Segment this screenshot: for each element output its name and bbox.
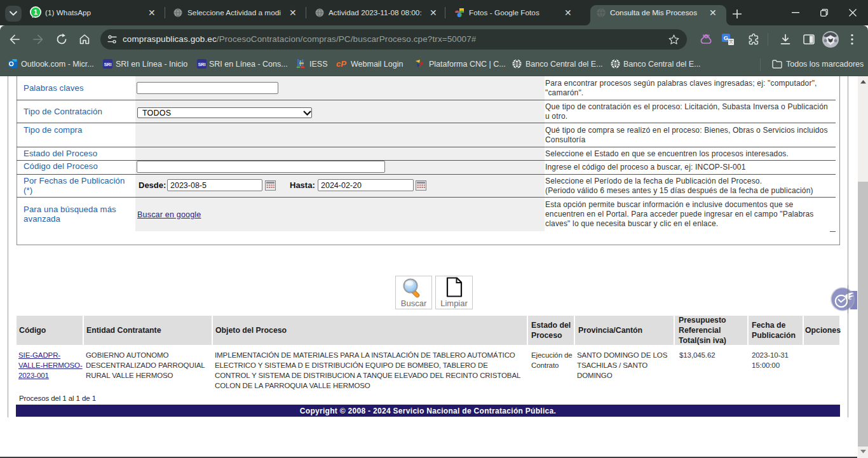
svg-text:1: 1 xyxy=(34,8,37,16)
svg-text:SRI: SRI xyxy=(198,62,206,67)
svg-text:G: G xyxy=(724,34,728,41)
svg-text:SRI: SRI xyxy=(104,62,112,67)
